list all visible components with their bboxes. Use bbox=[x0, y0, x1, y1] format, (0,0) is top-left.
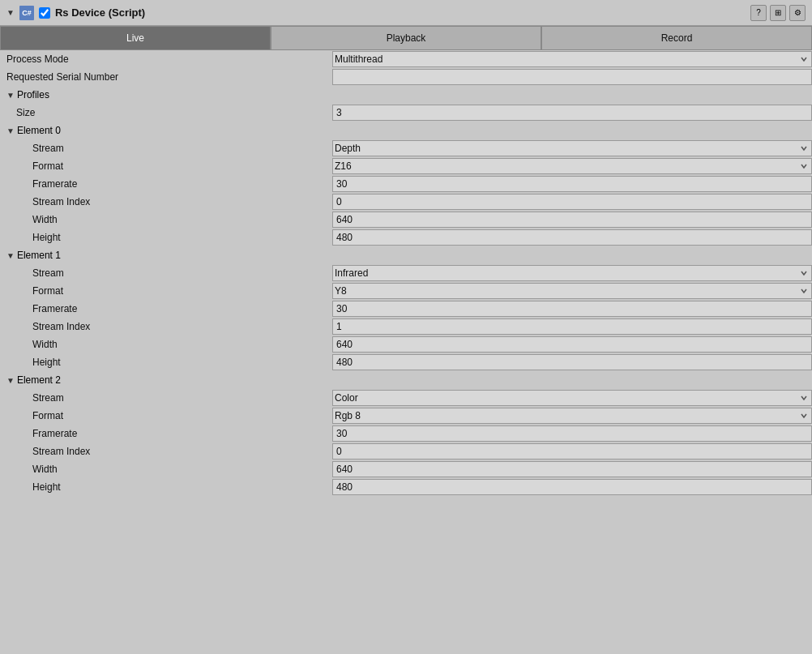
expand-button[interactable]: ⊞ bbox=[770, 5, 786, 21]
element-2-streamindex-row: Stream Index bbox=[0, 442, 812, 460]
element-0-stream-label: Stream bbox=[0, 143, 332, 154]
profiles-section-header: ▼ Profiles bbox=[0, 86, 812, 104]
profiles-label: Profiles bbox=[17, 89, 49, 100]
element-1-framerate-input[interactable] bbox=[332, 301, 812, 317]
element-2-width-input[interactable] bbox=[332, 461, 812, 477]
element-0-streamindex-label: Stream Index bbox=[0, 196, 332, 207]
element-1-format-row: Format Y8 bbox=[0, 282, 812, 300]
tabs-bar: Live Playback Record bbox=[0, 26, 812, 50]
element-0-streamindex-row: Stream Index bbox=[0, 193, 812, 211]
element-2-label: Element 2 bbox=[17, 374, 61, 386]
element-2-streamindex-input[interactable] bbox=[332, 443, 812, 460]
element-1-format-value: Y8 bbox=[332, 283, 812, 299]
element-0-width-row: Width bbox=[0, 211, 812, 229]
process-mode-row: Process Mode Multithread bbox=[0, 50, 812, 68]
element-2-height-label: Height bbox=[0, 481, 332, 493]
element-2-arrow[interactable]: ▼ bbox=[6, 376, 15, 385]
element-1-stream-value: Infrared bbox=[332, 265, 812, 281]
tab-live[interactable]: Live bbox=[0, 26, 271, 50]
window-title: Rs Device (Script) bbox=[55, 6, 746, 19]
element-1-width-input[interactable] bbox=[332, 336, 812, 353]
element-0-streamindex-input[interactable] bbox=[332, 194, 812, 210]
element-1-framerate-label: Framerate bbox=[0, 303, 332, 314]
element-0-format-value: Z16 bbox=[332, 158, 812, 174]
element-0-stream-value: Depth bbox=[332, 140, 812, 156]
process-mode-select[interactable]: Multithread bbox=[332, 51, 812, 67]
element-1-header: ▼ Element 1 bbox=[0, 246, 812, 264]
element-1-label: Element 1 bbox=[17, 250, 61, 261]
element-1-stream-row: Stream Infrared bbox=[0, 264, 812, 282]
element-2-stream-select[interactable]: Color bbox=[332, 390, 812, 406]
help-button[interactable]: ? bbox=[750, 5, 767, 21]
profiles-size-label: Size bbox=[0, 107, 332, 118]
profiles-size-row: Size bbox=[0, 104, 812, 122]
element-2-framerate-value bbox=[332, 425, 812, 442]
element-1-format-select[interactable]: Y8 bbox=[332, 283, 812, 299]
element-2-height-input[interactable] bbox=[332, 479, 812, 495]
serial-number-input[interactable] bbox=[332, 69, 812, 85]
settings-button[interactable]: ⚙ bbox=[789, 5, 806, 21]
collapse-arrow[interactable]: ▼ bbox=[6, 8, 15, 17]
element-2-framerate-input[interactable] bbox=[332, 425, 812, 442]
element-2-framerate-label: Framerate bbox=[0, 428, 332, 439]
element-2-height-row: Height bbox=[0, 478, 812, 496]
profiles-arrow[interactable]: ▼ bbox=[6, 91, 15, 100]
element-1-framerate-value bbox=[332, 301, 812, 317]
element-0-framerate-value bbox=[332, 176, 812, 192]
enabled-checkbox[interactable] bbox=[39, 7, 50, 19]
title-buttons: ? ⊞ ⚙ bbox=[750, 5, 806, 21]
element-1-stream-select[interactable]: Infrared bbox=[332, 265, 812, 281]
element-1-height-value bbox=[332, 354, 812, 370]
process-mode-label: Process Mode bbox=[0, 53, 332, 65]
element-2-format-label: Format bbox=[0, 410, 332, 421]
element-2-format-row: Format Rgb 8 bbox=[0, 407, 812, 425]
element-0-framerate-input[interactable] bbox=[332, 176, 812, 192]
element-0-width-label: Width bbox=[0, 214, 332, 225]
element-1-width-value bbox=[332, 336, 812, 353]
element-0-header: ▼ Element 0 bbox=[0, 122, 812, 139]
profiles-size-input[interactable] bbox=[332, 105, 812, 121]
element-1-height-input[interactable] bbox=[332, 354, 812, 370]
element-2-streamindex-value bbox=[332, 443, 812, 460]
element-0-framerate-label: Framerate bbox=[0, 178, 332, 190]
element-2-width-label: Width bbox=[0, 464, 332, 475]
main-window: ▼ C# Rs Device (Script) ? ⊞ ⚙ Live Playb… bbox=[0, 0, 812, 654]
content-area: Process Mode Multithread Requested Seria… bbox=[0, 50, 812, 654]
element-1-width-label: Width bbox=[0, 339, 332, 350]
element-0-format-label: Format bbox=[0, 160, 332, 172]
element-0-format-select[interactable]: Z16 bbox=[332, 158, 812, 174]
element-0-stream-row: Stream Depth bbox=[0, 139, 812, 157]
element-0-framerate-row: Framerate bbox=[0, 175, 812, 193]
element-1-width-row: Width bbox=[0, 336, 812, 353]
element-0-stream-select[interactable]: Depth bbox=[332, 140, 812, 156]
element-0-label: Element 0 bbox=[17, 125, 61, 136]
element-2-width-row: Width bbox=[0, 460, 812, 478]
script-icon: C# bbox=[19, 6, 34, 20]
element-2-header: ▼ Element 2 bbox=[0, 371, 812, 389]
element-1-height-row: Height bbox=[0, 353, 812, 371]
element-0-height-input[interactable] bbox=[332, 229, 812, 246]
serial-number-value bbox=[332, 69, 812, 85]
element-0-width-input[interactable] bbox=[332, 212, 812, 228]
element-1-stream-label: Stream bbox=[0, 267, 332, 279]
element-2-stream-label: Stream bbox=[0, 392, 332, 404]
element-1-streamindex-input[interactable] bbox=[332, 318, 812, 335]
element-2-framerate-row: Framerate bbox=[0, 425, 812, 442]
element-1-streamindex-row: Stream Index bbox=[0, 318, 812, 336]
element-2-format-select[interactable]: Rgb 8 bbox=[332, 408, 812, 424]
element-0-arrow[interactable]: ▼ bbox=[6, 126, 15, 135]
tab-playback[interactable]: Playback bbox=[271, 26, 541, 50]
element-1-arrow[interactable]: ▼ bbox=[6, 251, 15, 260]
element-1-streamindex-label: Stream Index bbox=[0, 321, 332, 332]
element-2-format-value: Rgb 8 bbox=[332, 408, 812, 424]
element-2-streamindex-label: Stream Index bbox=[0, 446, 332, 457]
element-2-width-value bbox=[332, 461, 812, 477]
profiles-size-value bbox=[332, 105, 812, 121]
element-1-framerate-row: Framerate bbox=[0, 300, 812, 318]
element-0-streamindex-value bbox=[332, 194, 812, 210]
element-0-height-label: Height bbox=[0, 232, 332, 243]
element-0-height-value bbox=[332, 229, 812, 246]
element-2-height-value bbox=[332, 479, 812, 495]
element-1-height-label: Height bbox=[0, 357, 332, 368]
tab-record[interactable]: Record bbox=[541, 26, 812, 50]
